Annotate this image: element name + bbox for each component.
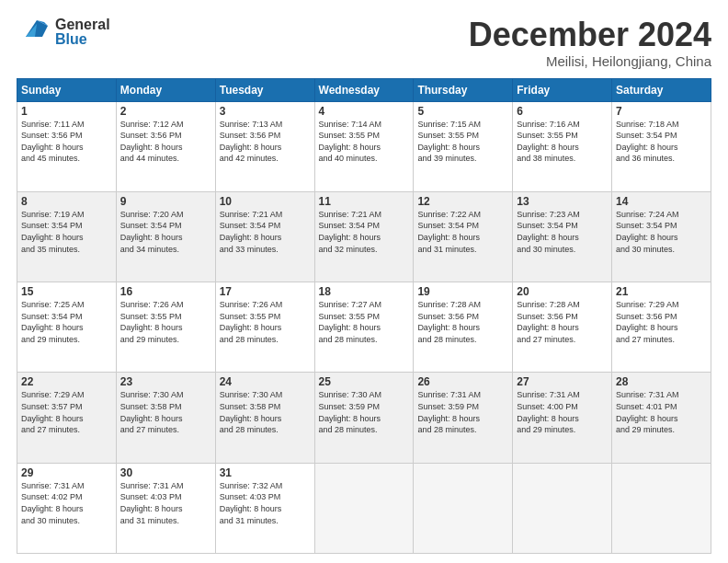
calendar-cell: 5Sunrise: 7:15 AM Sunset: 3:55 PM Daylig… — [414, 101, 513, 191]
calendar-cell: 16Sunrise: 7:26 AM Sunset: 3:55 PM Dayli… — [116, 282, 215, 373]
day-number: 30 — [120, 466, 211, 479]
logo-general-text: General — [55, 17, 110, 32]
calendar-cell: 7Sunrise: 7:18 AM Sunset: 3:54 PM Daylig… — [612, 101, 711, 191]
day-info: Sunrise: 7:31 AM Sunset: 4:00 PM Dayligh… — [517, 389, 608, 435]
day-number: 21 — [616, 285, 707, 298]
day-info: Sunrise: 7:19 AM Sunset: 3:54 PM Dayligh… — [21, 209, 112, 255]
day-number: 8 — [21, 195, 112, 208]
location: Meilisi, Heilongjiang, China — [469, 53, 711, 69]
calendar-header-row: SundayMondayTuesdayWednesdayThursdayFrid… — [17, 78, 711, 101]
day-info: Sunrise: 7:27 AM Sunset: 3:55 PM Dayligh… — [319, 299, 410, 345]
day-number: 17 — [220, 285, 311, 298]
calendar-cell: 20Sunrise: 7:28 AM Sunset: 3:56 PM Dayli… — [513, 282, 612, 373]
logo: General Blue — [17, 17, 110, 48]
day-info: Sunrise: 7:22 AM Sunset: 3:54 PM Dayligh… — [417, 209, 508, 255]
calendar-cell: 29Sunrise: 7:31 AM Sunset: 4:02 PM Dayli… — [17, 463, 117, 553]
day-info: Sunrise: 7:16 AM Sunset: 3:55 PM Dayligh… — [517, 119, 608, 165]
calendar-header-thursday: Thursday — [414, 78, 513, 101]
day-info: Sunrise: 7:25 AM Sunset: 3:54 PM Dayligh… — [21, 299, 112, 345]
calendar-cell: 14Sunrise: 7:24 AM Sunset: 3:54 PM Dayli… — [612, 191, 711, 282]
svg-marker-1 — [26, 24, 37, 37]
calendar-cell: 1Sunrise: 7:11 AM Sunset: 3:56 PM Daylig… — [17, 101, 117, 191]
day-info: Sunrise: 7:15 AM Sunset: 3:55 PM Dayligh… — [417, 119, 508, 165]
day-info: Sunrise: 7:12 AM Sunset: 3:56 PM Dayligh… — [120, 119, 211, 165]
page: General Blue December 2024 Meilisi, Heil… — [0, 0, 728, 563]
day-number: 23 — [120, 375, 211, 388]
calendar-week-row: 1Sunrise: 7:11 AM Sunset: 3:56 PM Daylig… — [17, 101, 711, 191]
day-number: 9 — [120, 195, 211, 208]
day-number: 27 — [517, 375, 608, 388]
calendar-cell: 25Sunrise: 7:30 AM Sunset: 3:59 PM Dayli… — [314, 373, 414, 463]
calendar-cell: 12Sunrise: 7:22 AM Sunset: 3:54 PM Dayli… — [414, 191, 513, 282]
day-number: 31 — [220, 466, 311, 479]
day-number: 22 — [21, 375, 112, 388]
calendar-header-friday: Friday — [513, 78, 612, 101]
day-info: Sunrise: 7:23 AM Sunset: 3:54 PM Dayligh… — [517, 209, 608, 255]
day-info: Sunrise: 7:21 AM Sunset: 3:54 PM Dayligh… — [220, 209, 311, 255]
calendar-cell — [314, 463, 414, 553]
day-number: 6 — [517, 105, 608, 118]
day-info: Sunrise: 7:30 AM Sunset: 3:58 PM Dayligh… — [120, 389, 211, 435]
calendar-week-row: 8Sunrise: 7:19 AM Sunset: 3:54 PM Daylig… — [17, 191, 711, 282]
day-info: Sunrise: 7:20 AM Sunset: 3:54 PM Dayligh… — [120, 209, 211, 255]
day-info: Sunrise: 7:28 AM Sunset: 3:56 PM Dayligh… — [417, 299, 508, 345]
day-number: 25 — [319, 375, 410, 388]
header: General Blue December 2024 Meilisi, Heil… — [17, 17, 711, 69]
day-info: Sunrise: 7:29 AM Sunset: 3:56 PM Dayligh… — [616, 299, 707, 345]
day-number: 1 — [21, 105, 112, 118]
calendar-cell: 23Sunrise: 7:30 AM Sunset: 3:58 PM Dayli… — [116, 373, 215, 463]
calendar-week-row: 15Sunrise: 7:25 AM Sunset: 3:54 PM Dayli… — [17, 282, 711, 373]
calendar-cell: 13Sunrise: 7:23 AM Sunset: 3:54 PM Dayli… — [513, 191, 612, 282]
day-number: 13 — [517, 195, 608, 208]
calendar-cell — [513, 463, 612, 553]
day-number: 3 — [220, 105, 311, 118]
day-info: Sunrise: 7:31 AM Sunset: 4:03 PM Dayligh… — [120, 480, 211, 526]
calendar-header-monday: Monday — [116, 78, 215, 101]
day-number: 4 — [319, 105, 410, 118]
day-info: Sunrise: 7:30 AM Sunset: 3:59 PM Dayligh… — [319, 389, 410, 435]
calendar-week-row: 22Sunrise: 7:29 AM Sunset: 3:57 PM Dayli… — [17, 373, 711, 463]
calendar-header-tuesday: Tuesday — [215, 78, 314, 101]
day-info: Sunrise: 7:31 AM Sunset: 4:01 PM Dayligh… — [616, 389, 707, 435]
calendar-cell: 31Sunrise: 7:32 AM Sunset: 4:03 PM Dayli… — [215, 463, 314, 553]
calendar-cell: 10Sunrise: 7:21 AM Sunset: 3:54 PM Dayli… — [215, 191, 314, 282]
month-title: December 2024 — [469, 17, 711, 53]
day-info: Sunrise: 7:32 AM Sunset: 4:03 PM Dayligh… — [220, 480, 311, 526]
logo-icon — [17, 17, 51, 48]
calendar-week-row: 29Sunrise: 7:31 AM Sunset: 4:02 PM Dayli… — [17, 463, 711, 553]
calendar-cell: 21Sunrise: 7:29 AM Sunset: 3:56 PM Dayli… — [612, 282, 711, 373]
day-info: Sunrise: 7:21 AM Sunset: 3:54 PM Dayligh… — [319, 209, 410, 255]
day-info: Sunrise: 7:13 AM Sunset: 3:56 PM Dayligh… — [220, 119, 311, 165]
day-number: 28 — [616, 375, 707, 388]
calendar-header-wednesday: Wednesday — [314, 78, 414, 101]
day-number: 29 — [21, 466, 112, 479]
calendar-cell: 8Sunrise: 7:19 AM Sunset: 3:54 PM Daylig… — [17, 191, 117, 282]
day-number: 15 — [21, 285, 112, 298]
title-block: December 2024 Meilisi, Heilongjiang, Chi… — [469, 17, 711, 69]
day-number: 10 — [220, 195, 311, 208]
calendar-header-saturday: Saturday — [612, 78, 711, 101]
day-number: 2 — [120, 105, 211, 118]
calendar-cell: 27Sunrise: 7:31 AM Sunset: 4:00 PM Dayli… — [513, 373, 612, 463]
calendar-cell: 3Sunrise: 7:13 AM Sunset: 3:56 PM Daylig… — [215, 101, 314, 191]
day-info: Sunrise: 7:14 AM Sunset: 3:55 PM Dayligh… — [319, 119, 410, 165]
calendar-cell: 15Sunrise: 7:25 AM Sunset: 3:54 PM Dayli… — [17, 282, 117, 373]
day-number: 12 — [417, 195, 508, 208]
day-info: Sunrise: 7:26 AM Sunset: 3:55 PM Dayligh… — [220, 299, 311, 345]
day-info: Sunrise: 7:31 AM Sunset: 3:59 PM Dayligh… — [417, 389, 508, 435]
day-number: 14 — [616, 195, 707, 208]
day-number: 5 — [417, 105, 508, 118]
calendar-cell: 9Sunrise: 7:20 AM Sunset: 3:54 PM Daylig… — [116, 191, 215, 282]
calendar-cell: 4Sunrise: 7:14 AM Sunset: 3:55 PM Daylig… — [314, 101, 414, 191]
calendar-cell: 26Sunrise: 7:31 AM Sunset: 3:59 PM Dayli… — [414, 373, 513, 463]
logo-blue-text: Blue — [55, 32, 110, 47]
logo-label: General Blue — [55, 17, 110, 47]
calendar-cell — [414, 463, 513, 553]
calendar-cell: 6Sunrise: 7:16 AM Sunset: 3:55 PM Daylig… — [513, 101, 612, 191]
day-info: Sunrise: 7:24 AM Sunset: 3:54 PM Dayligh… — [616, 209, 707, 255]
calendar-table: SundayMondayTuesdayWednesdayThursdayFrid… — [17, 78, 711, 554]
day-number: 11 — [319, 195, 410, 208]
calendar-header-sunday: Sunday — [17, 78, 117, 101]
day-info: Sunrise: 7:29 AM Sunset: 3:57 PM Dayligh… — [21, 389, 112, 435]
calendar-cell — [612, 463, 711, 553]
